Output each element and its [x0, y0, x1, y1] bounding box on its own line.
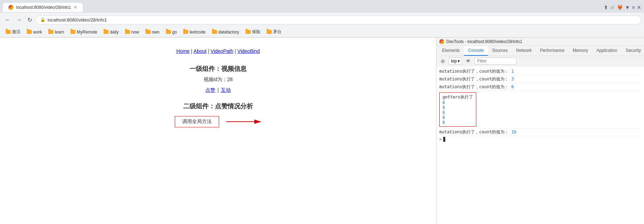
tab-console[interactable]: Console — [464, 46, 488, 56]
console-num-last: 16 — [511, 129, 516, 134]
top-dropdown[interactable]: top ▾ — [448, 57, 462, 65]
section2-title: 二级组件：点赞情况分析 — [183, 102, 253, 110]
action-link-interact[interactable]: 互动 — [221, 87, 231, 93]
folder-icon — [166, 30, 171, 34]
chevron-down-icon: ▾ — [458, 59, 460, 63]
tab-title: localhost:8080/video/28/info1 — [16, 5, 71, 10]
tab-favicon — [8, 5, 13, 10]
devtools-toolbar: ⊘ top ▾ 👁 — [436, 56, 644, 66]
bookmark-label: datafactory — [218, 30, 239, 35]
bookmark-label: work — [33, 30, 42, 35]
tab-sources[interactable]: Sources — [488, 46, 512, 56]
bookmark-label: leetcode — [190, 30, 205, 35]
prompt-arrow: > — [439, 137, 442, 142]
call-global-method-button[interactable]: 调用全局方法 — [175, 116, 219, 127]
action-separator: | — [217, 87, 219, 93]
folder-icon — [267, 30, 272, 34]
bookmark-work[interactable]: work — [24, 29, 45, 35]
bookmark-label: MyRemote — [77, 30, 97, 35]
bookmark-insurance[interactable]: 保险 — [243, 28, 263, 36]
tab-application[interactable]: Application — [592, 46, 621, 56]
tab-performance[interactable]: Performance — [536, 46, 569, 56]
nav-link-about[interactable]: About — [194, 48, 207, 54]
folder-icon — [125, 30, 130, 34]
getters-val-1: 6 — [442, 100, 445, 105]
reload-button[interactable]: ↻ — [25, 15, 34, 25]
folder-icon — [27, 30, 32, 34]
console-line-1: mutations执行了，count的值为： 1 — [439, 68, 641, 75]
devtools-title-bar: DevTools - localhost:8080/video/28/info1 — [436, 38, 644, 46]
bookmarks-bar: 激活 work learn MyRemote daily now own go — [0, 27, 644, 37]
console-line-3: mutations执行了，count的值为： 6 — [439, 83, 641, 91]
bookmark-learn[interactable]: learn — [45, 29, 67, 35]
nav-sep-3: | — [235, 48, 236, 54]
extension1-icon[interactable]: 🦊 — [617, 5, 623, 10]
getters-val-2: 6 — [442, 105, 445, 110]
action-link-like[interactable]: 点赞 — [205, 87, 215, 93]
devtools-tabs: Elements Console Sources Network Perform… — [436, 46, 644, 56]
call-btn-wrapper: 调用全局方法 — [175, 116, 261, 127]
active-tab[interactable]: localhost:8080/video/28/info1 ✕ — [3, 3, 83, 12]
console-prompt[interactable]: > — [439, 136, 641, 143]
console-line-2: mutations执行了，count的值为： 3 — [439, 75, 641, 83]
bookmark-now[interactable]: now — [122, 29, 142, 35]
menu1-icon[interactable]: ≡ — [632, 5, 635, 10]
tab-memory[interactable]: Memory — [569, 46, 592, 56]
nav-link-home[interactable]: Home — [177, 48, 190, 54]
nav-sep-2: | — [208, 48, 209, 54]
back-button[interactable]: ← — [3, 15, 13, 24]
folder-icon — [212, 30, 217, 34]
bookmark-label: daily — [110, 30, 119, 35]
tab-elements[interactable]: Elements — [438, 46, 464, 56]
getters-val-5: 6 — [442, 120, 445, 125]
section1-title: 一级组件：视频信息 — [190, 65, 247, 73]
console-num-1: 1 — [511, 69, 514, 74]
nav-link-videopath[interactable]: VideoPath — [211, 48, 233, 54]
tab-security[interactable]: Security — [621, 46, 644, 56]
top-label: top — [451, 59, 457, 63]
folder-icon — [183, 30, 188, 34]
arrow-right-icon — [226, 117, 261, 126]
bookmark-leetcode[interactable]: leetcode — [180, 29, 208, 35]
bookmark-label: 保险 — [252, 29, 260, 35]
nav-link-videobind[interactable]: VideoBind — [237, 48, 260, 54]
bookmark-label: now — [131, 30, 139, 35]
tab-network[interactable]: Network — [512, 46, 536, 56]
page-nav-links: Home | About | VideoPath | VideoBind — [177, 48, 260, 54]
folder-icon — [145, 30, 150, 34]
console-num-3: 6 — [511, 84, 514, 89]
video-id-label: 视频id为：28 — [204, 77, 233, 83]
console-getters-line: getters执行了 6 6 6 6 6 — [439, 91, 641, 128]
console-filter-input[interactable] — [474, 57, 516, 65]
bookmark-go[interactable]: go — [163, 29, 180, 35]
eye-icon[interactable]: 👁 — [464, 57, 472, 65]
console-text-3: mutations执行了，count的值为： — [439, 84, 509, 89]
forward-button[interactable]: → — [14, 15, 24, 24]
console-cursor — [443, 137, 445, 142]
bookmark-daily[interactable]: daily — [101, 29, 122, 35]
star-icon[interactable]: ☆ — [610, 5, 615, 10]
svg-marker-1 — [254, 120, 261, 124]
menu2-icon[interactable]: ✕ — [637, 5, 641, 10]
address-bar[interactable]: 🔒 localhost:8080/video/28/info1 — [36, 16, 641, 24]
bookmark-myremote[interactable]: MyRemote — [68, 29, 100, 35]
getters-val-4: 6 — [442, 115, 445, 120]
console-clear-button[interactable]: ⊘ — [439, 57, 446, 65]
extension2-icon[interactable]: ▼ — [625, 5, 630, 10]
devtools-title: DevTools - localhost:8080/video/28/info1 — [446, 39, 522, 44]
nav-bar: ← → ↻ 🔒 localhost:8080/video/28/info1 — [0, 13, 644, 27]
close-tab-icon[interactable]: ✕ — [74, 5, 77, 10]
console-text-1: mutations执行了，count的值为： — [439, 69, 509, 74]
main-area: Home | About | VideoPath | VideoBind 一级组… — [0, 38, 644, 224]
tab-actions: ⬆ ☆ 🦊 ▼ ≡ ✕ — [604, 5, 641, 10]
bookmark-激活[interactable]: 激活 — [3, 28, 23, 36]
bookmark-datafactory[interactable]: datafactory — [209, 29, 242, 35]
folder-icon — [70, 30, 75, 34]
bookmark-label: 激活 — [12, 29, 20, 35]
bookmark-label: own — [152, 30, 160, 35]
bookmark-maotai[interactable]: 茅台 — [264, 28, 284, 36]
console-line-last: mutations执行了，count的值为： 16 — [439, 128, 641, 136]
share-icon[interactable]: ⬆ — [604, 5, 608, 10]
devtools-favicon — [439, 39, 444, 44]
bookmark-own[interactable]: own — [143, 29, 162, 35]
